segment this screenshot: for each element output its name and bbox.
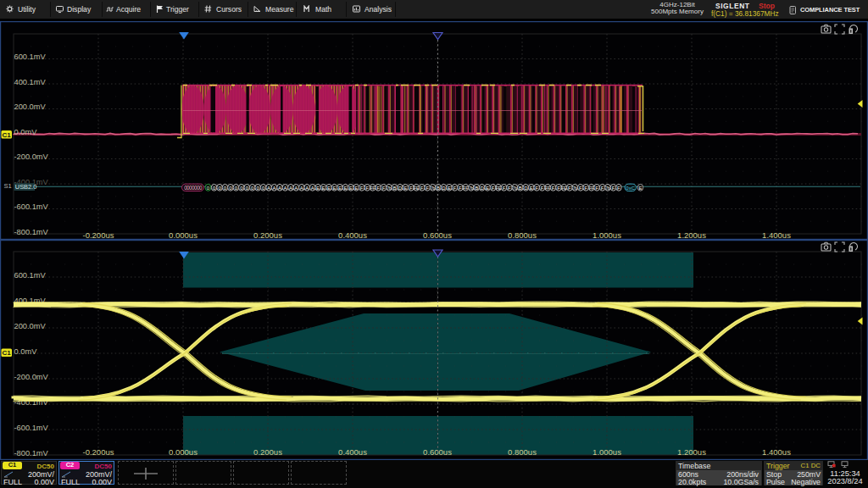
svg-text:F: F [409,186,413,191]
svg-text:F: F [360,186,364,191]
svg-text:0.600us: 0.600us [423,230,452,240]
svg-text:7b: 7b [605,186,610,191]
svg-text:USB2.0: USB2.0 [15,183,36,191]
svg-text:E: E [343,186,347,191]
svg-text:1.000us: 1.000us [593,230,621,240]
svg-text:F: F [612,186,615,191]
svg-text:7b: 7b [573,186,578,191]
svg-text:F: F [552,186,555,191]
svg-text:F: F [557,186,560,191]
svg-text:1.400us: 1.400us [762,230,791,240]
svg-text:F: F [503,186,506,191]
svg-text:E: E [349,186,353,191]
svg-text:B: B [475,186,478,191]
svg-text:E: E [530,186,533,191]
svg-text:400.1mV: 400.1mV [14,78,47,86]
svg-text:200.0mV: 200.0mV [14,103,47,111]
svg-text:7b: 7b [431,186,436,191]
svg-text:1.400us: 1.400us [762,447,791,457]
svg-text:A: A [267,186,270,191]
svg-text:-200.0mV: -200.0mV [14,373,49,381]
svg-text:0000000: 0000000 [184,185,203,191]
svg-text:0.200us: 0.200us [253,230,282,240]
svg-text:0.800us: 0.800us [508,230,537,240]
svg-text:FF: FF [545,186,550,191]
svg-text:F: F [601,186,604,191]
svg-text:-200.0mV: -200.0mV [14,152,49,161]
svg-text:0.400us: 0.400us [338,447,367,457]
svg-text:F: F [376,186,380,191]
svg-text:A: A [272,186,275,191]
svg-text:C1: C1 [3,349,12,357]
svg-text:1.000us: 1.000us [593,447,621,457]
svg-text:F: F [508,186,511,191]
svg-text:FF: FF [589,186,594,191]
svg-text:E: E [322,186,326,191]
svg-text:FF: FF [463,186,468,191]
svg-text:FE: FE [561,186,566,191]
svg-text:A: A [311,186,314,191]
svg-text:F: F [541,186,544,191]
svg-text:7b: 7b [469,186,474,191]
svg-text:F: F [535,186,538,191]
svg-text:F: F [382,186,386,191]
svg-text:FE: FE [414,186,419,191]
svg-text:F: F [459,186,462,191]
svg-text:1.200us: 1.200us [677,230,706,240]
svg-text:-800.1mV: -800.1mV [14,228,49,236]
svg-text:E: E [638,186,642,191]
svg-text:E: E [332,186,336,191]
svg-text:D: D [398,186,403,191]
svg-text:-800.1mV: -800.1mV [14,449,49,458]
svg-text:E: E [316,186,320,191]
svg-text:7b: 7b [513,186,518,191]
svg-text:D: D [524,186,528,191]
svg-text:0.800us: 0.800us [508,447,537,457]
svg-text:FE: FE [496,186,501,191]
svg-text:0.0mV: 0.0mV [14,128,38,136]
svg-text:E: E [448,186,451,191]
svg-text:F: F [492,186,495,191]
svg-text:7b: 7b [387,186,392,191]
svg-text:0xC: 0xC [626,186,635,191]
svg-text:E: E [327,186,331,191]
svg-text:F: F [453,186,457,191]
svg-text:0.0mV: 0.0mV [14,347,38,356]
svg-text:E: E [338,186,342,191]
svg-text:S1: S1 [4,182,12,190]
svg-text:-0.200us: -0.200us [83,447,114,457]
svg-text:600.1mV: 600.1mV [14,271,47,280]
svg-text:F: F [579,186,582,191]
svg-text:A: A [294,186,298,191]
svg-text:F: F [595,186,598,191]
svg-text:FF: FF [370,186,376,191]
svg-text:1.200us: 1.200us [677,447,706,457]
svg-text:0.000us: 0.000us [169,447,198,457]
svg-text:F: F [365,186,369,191]
svg-text:A: A [278,186,281,191]
svg-text:A: A [289,186,292,191]
svg-text:F: F [420,186,424,191]
svg-text:A: A [300,186,303,191]
svg-text:B: B [519,186,522,191]
svg-text:E: E [486,186,489,191]
svg-text:A: A [283,186,287,191]
svg-text:F: F [426,186,429,191]
svg-text:F: F [584,186,587,191]
svg-text:B: B [392,186,396,191]
svg-text:A: A [305,186,309,191]
svg-text:-0.200us: -0.200us [83,230,114,240]
svg-text:0.000us: 0.000us [169,230,198,240]
svg-text:C1: C1 [3,131,12,139]
svg-text:0.400us: 0.400us [338,230,367,240]
svg-text:600.1mV: 600.1mV [14,53,47,61]
svg-text:0.200us: 0.200us [253,447,282,457]
svg-text:D: D [480,186,484,191]
svg-text:E: E [403,186,407,191]
svg-text:F: F [617,186,620,191]
svg-text:F: F [568,186,571,191]
svg-text:-600.1mV: -600.1mV [14,202,49,211]
svg-text:200.0mV: 200.0mV [14,322,47,330]
svg-text:D: D [442,186,446,191]
svg-text:-600.1mV: -600.1mV [14,424,49,432]
